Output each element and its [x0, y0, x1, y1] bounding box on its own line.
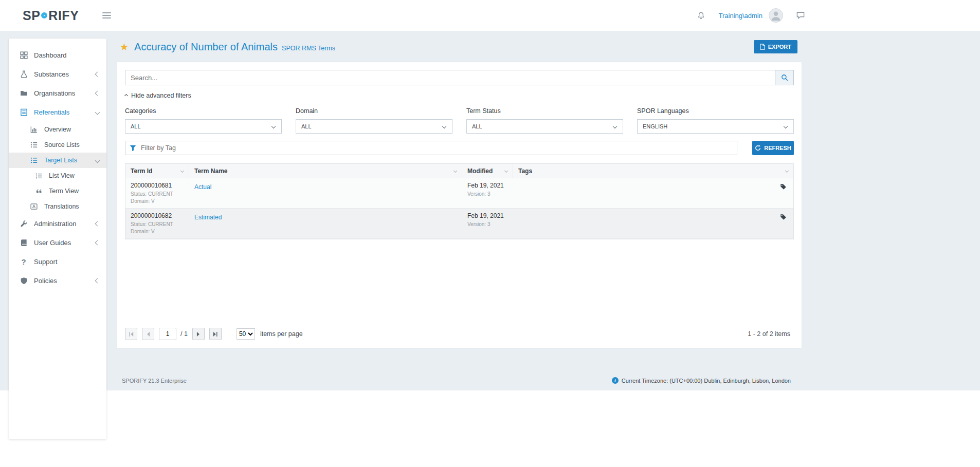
last-page-button[interactable]	[209, 328, 222, 340]
chevron-down-icon	[180, 169, 184, 173]
first-page-button[interactable]	[125, 328, 137, 340]
chevron-left-icon	[95, 72, 100, 77]
search-button[interactable]	[775, 70, 794, 85]
info-icon: i	[612, 377, 619, 384]
chevron-down-icon	[271, 124, 276, 128]
app-logo: SPRIFY	[23, 8, 79, 23]
logo-text-pre: SP	[23, 8, 40, 23]
sidebar-label: Policies	[34, 277, 57, 285]
sidebar-item-user-guides[interactable]: User Guides	[9, 233, 106, 252]
terms-card: Hide advanced filters Categories ALL Dom…	[117, 62, 802, 348]
list-icon	[34, 172, 43, 180]
sidebar-label: Dashboard	[34, 51, 67, 59]
avatar[interactable]	[769, 8, 783, 23]
prev-page-button[interactable]	[142, 328, 154, 340]
tag-filter-wrap	[125, 141, 737, 155]
term-id-cell: 200000010682 Status: CURRENT Domain: V	[125, 209, 189, 238]
quote-icon	[34, 187, 43, 195]
export-file-icon	[760, 44, 765, 50]
chevron-down-icon	[785, 169, 789, 173]
chevron-down-icon	[95, 110, 100, 115]
categories-dropdown[interactable]: ALL	[125, 119, 282, 134]
column-header-modified[interactable]: Modified	[462, 164, 513, 178]
term-id-cell: 200000010681 Status: CURRENT Domain: V	[125, 178, 189, 208]
timezone-label: Current Timezone: (UTC+00:00) Dublin, Ed…	[622, 378, 791, 384]
sidebar-label: Support	[34, 258, 58, 266]
timezone-info: i Current Timezone: (UTC+00:00) Dublin, …	[612, 377, 791, 384]
tag-icon[interactable]	[780, 213, 787, 222]
notifications-bell-icon[interactable]	[697, 12, 705, 20]
sidebar-item-organisations[interactable]: Organisations	[9, 84, 106, 103]
filter-by-tag-input[interactable]	[125, 141, 737, 155]
chevron-left-icon	[95, 221, 100, 227]
domain-label: Domain	[296, 107, 452, 115]
sidebar-item-list-view[interactable]: List View	[9, 168, 106, 183]
term-status-dropdown[interactable]: ALL	[466, 119, 623, 134]
filter-funnel-icon	[130, 144, 136, 154]
sidebar-item-source-lists[interactable]: Source Lists	[9, 137, 106, 153]
sidebar-item-overview[interactable]: Overview	[9, 122, 106, 137]
referentials-list-icon	[20, 108, 28, 117]
refresh-icon	[755, 145, 761, 151]
next-page-button[interactable]	[192, 328, 205, 340]
page-subtitle: SPOR RMS Terms	[282, 42, 335, 52]
chat-icon[interactable]	[796, 11, 805, 20]
book-icon	[20, 239, 28, 247]
list-icon	[30, 141, 38, 149]
column-header-tags[interactable]: Tags	[513, 164, 793, 178]
term-id: 200000010682	[131, 212, 184, 219]
page-head: ★ Accuracy of Number of Animals SPOR RMS…	[117, 38, 802, 55]
refresh-button[interactable]: REFRESH	[752, 141, 794, 155]
app-version-label: SPORIFY 21.3 Enterprise	[122, 378, 187, 384]
page-size-select[interactable]: 50	[237, 328, 255, 340]
sidebar-item-substances[interactable]: Substances	[9, 65, 106, 84]
menu-toggle-button[interactable]	[100, 10, 113, 21]
term-name-link[interactable]: Actual	[194, 183, 211, 191]
user-menu[interactable]: Training\admin	[718, 12, 763, 20]
terms-table: Term Id Term Name Modified Tags	[125, 163, 794, 239]
sidebar-item-policies[interactable]: Policies	[9, 271, 106, 290]
tag-icon[interactable]	[780, 183, 787, 192]
page-footer: SPORIFY 21.3 Enterprise i Current Timezo…	[117, 377, 802, 384]
term-name-cell: Actual	[189, 178, 462, 208]
table-row[interactable]: 200000010682 Status: CURRENT Domain: V E…	[125, 209, 793, 239]
page-number-input[interactable]	[159, 328, 176, 340]
spor-languages-dropdown[interactable]: ENGLISH	[637, 119, 794, 134]
shield-icon	[20, 277, 28, 285]
term-status-value: ALL	[472, 123, 482, 129]
bar-chart-icon	[30, 125, 38, 134]
export-button[interactable]: EXPORT	[754, 40, 797, 53]
page-title: Accuracy of Number of Animals	[134, 41, 278, 53]
sidebar-item-administration[interactable]: Administration	[9, 214, 106, 233]
spor-languages-value: ENGLISH	[643, 123, 667, 129]
sidebar-label: Organisations	[34, 89, 75, 97]
sidebar-label: Overview	[44, 126, 71, 133]
favorite-star-icon[interactable]: ★	[120, 42, 129, 52]
term-name-link[interactable]: Estimated	[194, 214, 222, 221]
column-header-term-name[interactable]: Term Name	[189, 164, 462, 178]
top-header: SPRIFY Training\admin	[0, 0, 980, 31]
sidebar-label: User Guides	[34, 239, 71, 247]
table-row[interactable]: 200000010681 Status: CURRENT Domain: V A…	[125, 178, 793, 209]
modified-cell: Feb 19, 2021 Version: 3	[462, 209, 513, 238]
categories-label: Categories	[125, 107, 282, 115]
sidebar-item-referentials[interactable]: Referentials	[9, 103, 106, 122]
sidebar-item-target-lists[interactable]: Target Lists	[9, 153, 106, 168]
term-status-label: Term Status	[466, 107, 623, 115]
page-count-label: / 1	[180, 330, 188, 338]
sidebar-item-dashboard[interactable]: Dashboard	[9, 46, 106, 65]
sidebar-item-translations[interactable]: Translations	[9, 199, 106, 214]
flask-icon	[20, 70, 28, 79]
domain-dropdown[interactable]: ALL	[296, 119, 452, 134]
hide-advanced-filters-label: Hide advanced filters	[131, 92, 191, 99]
column-header-term-id[interactable]: Term Id	[125, 164, 189, 178]
search-input[interactable]	[125, 70, 775, 85]
chevron-down-icon	[504, 169, 508, 173]
logo-o-ring-icon	[41, 12, 47, 18]
sidebar-item-support[interactable]: ? Support	[9, 252, 106, 271]
hide-advanced-filters-link[interactable]: Hide advanced filters	[125, 92, 191, 99]
tags-cell	[513, 178, 793, 208]
sidebar-label: Target Lists	[44, 157, 77, 164]
chevron-down-icon	[613, 124, 617, 128]
sidebar-item-term-view[interactable]: Term View	[9, 183, 106, 199]
